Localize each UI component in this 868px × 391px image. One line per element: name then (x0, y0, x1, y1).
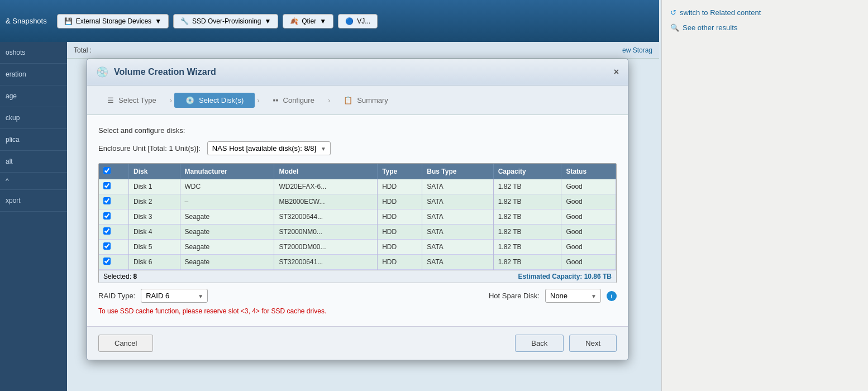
table-row: Disk 2 – MB2000ECW... HDD SATA 1.82 TB G… (99, 194, 616, 209)
row-type: HDD (378, 209, 422, 225)
row-checkbox-cell[interactable] (99, 179, 129, 194)
total-label: Total : (74, 46, 92, 54)
sidebar-item-alt[interactable]: alt (0, 151, 67, 173)
row-capacity: 1.82 TB (493, 209, 561, 225)
row-model: ST32000644... (274, 209, 378, 225)
estimated-capacity: Estimated Capacity: 10.86 TB (518, 273, 612, 280)
external-storage-icon: 💾 (64, 17, 73, 25)
sidebar-item-alt-label: alt (6, 158, 13, 165)
row-checkbox-cell[interactable] (99, 255, 129, 270)
table-footer: Selected: 8 Estimated Capacity: 10.86 TB (99, 270, 616, 283)
row-manufacturer: – (180, 194, 274, 209)
disk-table-header: Disk Manufacturer Model Type Bus Type Ca… (99, 164, 616, 179)
ssd-chevron: ▼ (264, 17, 271, 25)
modal-header: 💿 Volume Creation Wizard × (87, 59, 628, 85)
row-bus: SATA (422, 179, 493, 194)
sidebar-item-plica-label: plica (6, 136, 20, 144)
sidebar-item-expand[interactable]: ^ (0, 173, 67, 190)
qtier-btn[interactable]: 🍂 Qtier ▼ (283, 14, 333, 28)
selected-count-label: Selected: 8 (103, 273, 137, 280)
info-icon[interactable]: i (607, 291, 617, 301)
enclosure-select[interactable]: NAS Host [available disk(s): 8/8] (207, 141, 331, 155)
ssd-icon: 🔧 (180, 17, 189, 25)
col-model: Model (274, 164, 378, 179)
sidebar-item-oshots-label: oshots (6, 49, 25, 56)
row-capacity: 1.82 TB (493, 240, 561, 255)
step-select-disks[interactable]: 💿 Select Disk(s) (174, 93, 255, 108)
enclosure-select-wrapper: NAS Host [available disk(s): 8/8] (207, 141, 331, 155)
row-bus: SATA (422, 240, 493, 255)
row-checkbox-0[interactable] (103, 182, 111, 189)
sidebar: oshots eration age ckup plica alt ^ xpor… (0, 42, 67, 391)
hot-spare-label: Hot Spare Disk: (489, 292, 540, 300)
col-checkbox (99, 164, 129, 179)
step-select-disks-icon: 💿 (185, 96, 194, 104)
row-model: MB2000ECW... (274, 194, 378, 209)
see-other-results-link[interactable]: 🔍 See other results (670, 23, 860, 32)
row-checkbox-cell[interactable] (99, 194, 129, 209)
sidebar-item-ckup-label: ckup (6, 114, 20, 122)
step-divider-1: › (170, 96, 172, 104)
sidebar-item-oshots[interactable]: oshots (0, 42, 67, 64)
col-capacity: Capacity (493, 164, 561, 179)
step-configure-icon: ▪▪ (273, 96, 279, 104)
row-checkbox-5[interactable] (103, 258, 111, 265)
sidebar-item-eration[interactable]: eration (0, 64, 67, 85)
row-capacity: 1.82 TB (493, 179, 561, 194)
step-select-type-label: Select Type (118, 96, 156, 104)
switch-related-link[interactable]: ↺ switch to Related content (670, 8, 860, 17)
hot-spare-select[interactable]: None (545, 289, 601, 303)
table-row: Disk 6 Seagate ST32000641... HDD SATA 1.… (99, 255, 616, 270)
next-button[interactable]: Next (569, 335, 617, 352)
switch-label: switch to Related content (680, 8, 761, 17)
right-panel: ↺ switch to Related content 🔍 See other … (661, 0, 868, 391)
row-checkbox-cell[interactable] (99, 240, 129, 255)
step-summary[interactable]: 📋 Summary (332, 93, 399, 108)
vj-label: VJ... (357, 17, 370, 25)
row-checkbox-4[interactable] (103, 242, 111, 250)
qtier-icon: 🍂 (290, 17, 298, 25)
sidebar-item-age[interactable]: age (0, 85, 67, 107)
ssd-provisioning-btn[interactable]: 🔧 SSD Over-Provisioning ▼ (173, 14, 278, 28)
step-summary-label: Summary (357, 96, 388, 104)
row-checkbox-3[interactable] (103, 227, 111, 235)
step-configure[interactable]: ▪▪ Configure (262, 92, 326, 108)
vj-btn[interactable]: 🔵 VJ... (338, 14, 378, 28)
row-bus: SATA (422, 255, 493, 270)
row-model: WD20EFAX-6... (274, 179, 378, 194)
ssd-warning: To use SSD cache function, please reserv… (98, 307, 617, 315)
total-bar: Total : ew Storag (67, 42, 659, 59)
volume-creation-modal: 💿 Volume Creation Wizard × ☰ Select Type… (87, 59, 628, 360)
row-checkbox-cell[interactable] (99, 209, 129, 225)
see-other-results-label: See other results (683, 23, 737, 32)
back-button[interactable]: Back (515, 335, 564, 352)
row-status: Good (561, 240, 616, 255)
col-manufacturer: Manufacturer (180, 164, 274, 179)
row-status: Good (561, 194, 616, 209)
external-storage-btn[interactable]: 💾 External Storage Devices ▼ (57, 14, 169, 28)
col-type: Type (378, 164, 422, 179)
raid-type-select[interactable]: RAID 6 RAID 0 RAID 1 RAID 5 (141, 289, 208, 303)
col-disk: Disk (129, 164, 180, 179)
disk-table: Disk Manufacturer Model Type Bus Type Ca… (99, 164, 616, 270)
row-checkbox-1[interactable] (103, 197, 111, 204)
row-bus: SATA (422, 225, 493, 240)
enclosure-label: Enclosure Unit [Total: 1 Unit(s)]: (98, 144, 201, 152)
hot-spare-select-wrapper: None (545, 289, 601, 303)
select-all-checkbox[interactable] (103, 167, 111, 174)
sidebar-item-plica[interactable]: plica (0, 129, 67, 151)
sidebar-item-xport[interactable]: xport (0, 190, 67, 212)
cancel-button[interactable]: Cancel (98, 335, 153, 352)
row-status: Good (561, 179, 616, 194)
new-storage-btn[interactable]: ew Storag (622, 46, 652, 54)
raid-group: RAID Type: RAID 6 RAID 0 RAID 1 RAID 5 (98, 289, 208, 303)
row-bus: SATA (422, 194, 493, 209)
row-disk: Disk 3 (129, 209, 180, 225)
external-storage-label: External Storage Devices (76, 17, 151, 25)
row-checkbox-2[interactable] (103, 212, 111, 220)
sidebar-item-ckup[interactable]: ckup (0, 107, 67, 129)
row-checkbox-cell[interactable] (99, 225, 129, 240)
step-summary-icon: 📋 (344, 96, 352, 104)
modal-close-button[interactable]: × (614, 67, 619, 77)
step-select-type[interactable]: ☰ Select Type (96, 93, 168, 108)
